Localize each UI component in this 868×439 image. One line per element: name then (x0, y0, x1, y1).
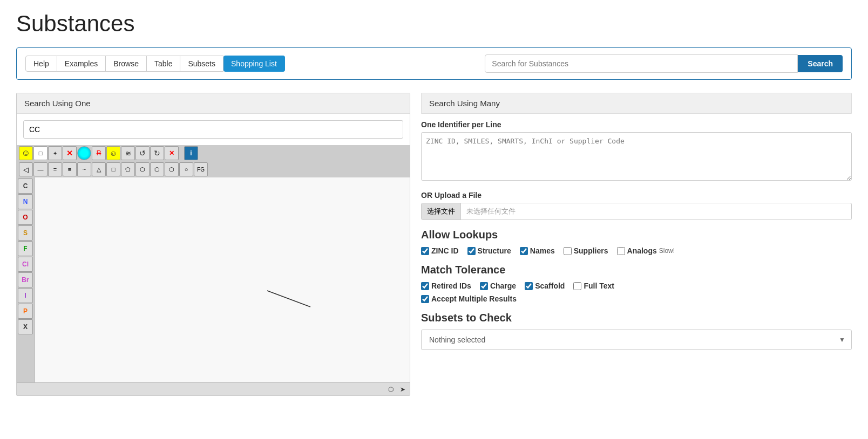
multiple-results-row: Accept Multiple Results (421, 294, 852, 303)
structure-input[interactable] (467, 247, 476, 255)
search-button[interactable]: Search (798, 55, 843, 72)
nav-bar: Help Examples Browse Table Subsets Shopp… (16, 47, 852, 80)
upload-row: OR Upload a File (421, 191, 852, 200)
nav-tabs: Help Examples Browse Table Subsets Shopp… (25, 56, 285, 72)
hexagon[interactable]: ⬡ (135, 162, 150, 176)
subsets-dropdown[interactable]: Nothing selected (421, 330, 852, 350)
smiley-tool[interactable]: ☺ (19, 146, 33, 160)
tolerance-checkboxes: Retired IDs Charge Scaffold (421, 282, 852, 290)
charge-checkbox[interactable]: Charge (480, 282, 516, 290)
full-text-input[interactable] (573, 282, 581, 290)
atom-chlorine[interactable]: Cl (18, 257, 33, 272)
search-input[interactable] (485, 54, 798, 73)
suppliers-input[interactable] (564, 247, 572, 255)
wavy-bond[interactable]: ~ (77, 162, 91, 176)
page-container: Substances Help Examples Browse Table Su… (0, 0, 868, 407)
names-input[interactable] (520, 247, 528, 255)
suppliers-checkbox[interactable]: Suppliers (564, 246, 608, 255)
heptagon[interactable]: ⬡ (150, 162, 164, 176)
arrow-right-icon[interactable]: ➤ (398, 385, 408, 394)
lasso-tool[interactable]: ✦ (48, 146, 62, 160)
subsets-dropdown-wrap: Nothing selected ▼ (421, 330, 852, 350)
editor-main: C N O S F Cl Br I P X (17, 177, 410, 382)
smiles-input-row (17, 114, 410, 145)
atom-iodine[interactable]: I (18, 288, 33, 303)
double-bond[interactable]: = (48, 162, 62, 176)
atom-oxygen[interactable]: O (18, 210, 33, 225)
tab-examples[interactable]: Examples (57, 56, 106, 72)
atom-sulfur[interactable]: S (18, 225, 33, 241)
circle[interactable]: ○ (179, 162, 193, 176)
delete-tool[interactable]: ✕ (63, 146, 77, 160)
select-tool[interactable]: □ (33, 146, 48, 160)
triangle[interactable]: △ (92, 162, 106, 176)
left-panel-header: Search Using One (17, 93, 410, 114)
atom-phosphorus[interactable]: P (18, 304, 33, 319)
zinc-id-checkbox[interactable]: ZINC ID (421, 246, 459, 255)
upload-label: OR Upload a File (421, 191, 852, 200)
editor-toolbar: ☺ □ ✦ ✕ R ☺ ≋ ↺ ↻ ✕ i (17, 145, 410, 161)
tab-subsets[interactable]: Subsets (180, 56, 223, 72)
atom-tool[interactable] (77, 146, 91, 160)
zinc-id-input[interactable] (421, 247, 429, 255)
hexagon-icon[interactable]: ⬡ (386, 385, 396, 394)
drawing-canvas[interactable] (35, 177, 410, 382)
atom-nitrogen[interactable]: N (18, 194, 33, 209)
bond-toolbar: ◁ — = ≡ ~ △ □ ⬠ ⬡ ⬡ ⬡ ○ FG (17, 161, 410, 177)
atom-other[interactable]: X (18, 319, 33, 334)
arrow-tool[interactable]: ◁ (19, 162, 33, 176)
scaffold-input[interactable] (525, 282, 533, 290)
redo-tool[interactable]: ↻ (150, 146, 164, 160)
scaffold-checkbox[interactable]: Scaffold (525, 282, 565, 290)
svg-line-0 (267, 291, 310, 307)
retired-ids-input[interactable] (421, 282, 429, 290)
match-tolerance-section: Match Tolerance Retired IDs Charge (421, 264, 852, 303)
fg-tool[interactable]: FG (194, 162, 208, 176)
molecule-canvas (35, 177, 410, 382)
atom-bromine[interactable]: Br (18, 272, 33, 287)
search-many-section: Search Using Many One Identifier per Lin… (421, 93, 852, 356)
file-choose-button[interactable]: 选择文件 (422, 203, 461, 220)
right-panel-header: Search Using Many (421, 93, 852, 114)
analogs-input[interactable] (617, 247, 625, 255)
accept-multiple-input[interactable] (421, 295, 429, 303)
left-panel: Search Using One ☺ □ ✦ ✕ R ☺ ≋ ↺ ↻ ✕ i (16, 93, 410, 396)
section-body: One Identifier per Line OR Upload a File… (421, 114, 852, 356)
single-bond[interactable]: — (33, 162, 48, 176)
smiles-input[interactable] (23, 120, 403, 139)
square[interactable]: □ (106, 162, 120, 176)
charge-input[interactable] (480, 282, 488, 290)
template-tool[interactable]: ☺ (106, 146, 120, 160)
pentagon[interactable]: ⬠ (121, 162, 135, 176)
subsets-title: Subsets to Check (421, 312, 852, 324)
retired-ids-checkbox[interactable]: Retired IDs (421, 282, 471, 290)
triple-bond[interactable]: ≡ (63, 162, 77, 176)
octagon[interactable]: ⬡ (165, 162, 179, 176)
file-input-row: 选择文件 未选择任何文件 (421, 203, 852, 220)
accept-multiple-checkbox[interactable]: Accept Multiple Results (421, 294, 517, 303)
tab-shopping-list[interactable]: Shopping List (223, 56, 285, 72)
right-panel: Search Using Many One Identifier per Lin… (421, 93, 852, 396)
identifier-textarea[interactable] (421, 132, 852, 181)
clear-tool[interactable]: ✕ (165, 146, 179, 160)
atom-sidebar: C N O S F Cl Br I P X (17, 177, 35, 382)
atom-fluorine[interactable]: F (18, 241, 33, 256)
tab-browse[interactable]: Browse (106, 56, 147, 72)
search-area: Search (485, 54, 843, 73)
undo-tool[interactable]: ↺ (135, 146, 150, 160)
page-title: Substances (16, 11, 852, 37)
r-group-tool[interactable]: R (92, 146, 106, 160)
names-checkbox[interactable]: Names (520, 246, 555, 255)
full-text-checkbox[interactable]: Full Text (573, 282, 614, 290)
info-tool[interactable]: i (184, 146, 198, 160)
tab-help[interactable]: Help (25, 56, 57, 72)
match-tolerance-title: Match Tolerance (421, 264, 852, 276)
stereo-tool[interactable]: ≋ (121, 146, 135, 160)
analogs-checkbox[interactable]: Analogs Slow! (617, 246, 675, 255)
file-name-display: 未选择任何文件 (461, 203, 851, 220)
structure-checkbox[interactable]: Structure (467, 246, 511, 255)
main-content: Search Using One ☺ □ ✦ ✕ R ☺ ≋ ↺ ↻ ✕ i (16, 93, 852, 396)
allow-lookups-title: Allow Lookups (421, 229, 852, 241)
atom-carbon[interactable]: C (18, 179, 33, 194)
tab-table[interactable]: Table (147, 56, 180, 72)
